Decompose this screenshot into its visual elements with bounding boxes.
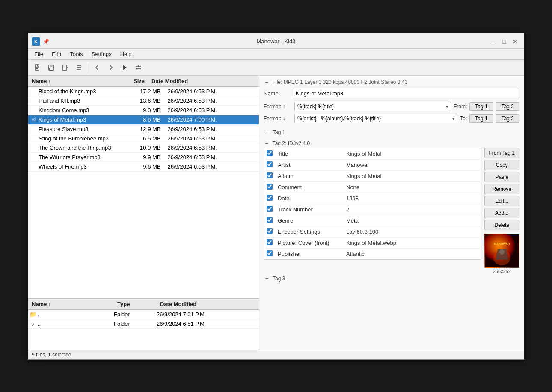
file-list-item[interactable]: Hail and Kill.mp3 13.6 MB 26/9/2024 6:53… [28,96,259,106]
format-down-tag1-btn[interactable]: Tag 1 [469,114,493,123]
file-list-item[interactable]: Wheels of Fire.mp3 9.6 MB 26/9/2024 6:53… [28,162,259,172]
tag-checkbox[interactable] [267,184,273,190]
svg-rect-4 [50,65,53,67]
file-list-item[interactable]: Kingdom Come.mp3 9.0 MB 26/9/2024 6:53 P… [28,106,259,115]
tag-checkbox-cell[interactable] [264,215,276,226]
file-list-item[interactable]: Blood of the Kings.mp3 17.2 MB 26/9/2024… [28,87,259,96]
menu-help[interactable]: Help [116,50,136,59]
col-header-name[interactable]: Name ↑ [28,77,114,85]
format-up-select[interactable]: %{track} %{title} [294,102,451,111]
menu-file[interactable]: File [30,50,47,59]
pin-icon: 📌 [43,39,49,45]
app-icon: K [32,37,40,46]
tag-checkbox[interactable] [267,217,273,223]
col-header-date[interactable]: Date Modified [148,77,259,85]
tag-checkbox[interactable] [267,195,273,201]
folder-list-item[interactable]: ♪ .. Folder 26/9/2024 6:51 P.M. [28,319,259,329]
tag-table-row: Date 1998 [264,193,481,204]
close-button[interactable]: ✕ [510,36,520,47]
format-up-tag2-btn[interactable]: Tag 2 [496,102,519,111]
tag2-collapse-btn[interactable]: – [264,140,270,146]
file-date: 26/9/2024 6:53 P.M. [164,163,259,170]
edit-button[interactable]: Edit... [484,196,519,206]
format-up-tag1-btn[interactable]: Tag 1 [469,102,493,111]
tag3-collapse-btn[interactable]: + [264,276,270,282]
tag-field-value[interactable]: 1998 [344,193,481,204]
tag-field-name: Encoder Settings [275,226,344,237]
tag-checkbox[interactable] [267,172,273,178]
from-tag1-button[interactable]: From Tag 1 [484,148,519,158]
tag-field-name: Publisher [275,248,344,259]
back-btn[interactable] [91,62,103,74]
paste-button[interactable]: Paste [484,172,519,182]
tag-checkbox-cell[interactable] [264,226,276,237]
new-file-btn[interactable] [32,62,44,74]
format-down-tag2-btn[interactable]: Tag 2 [496,114,519,123]
tag-field-name: Title [275,148,344,159]
tag-checkbox-cell[interactable] [264,248,276,259]
file-size: 6.5 MB [130,135,164,142]
tag-checkbox-cell[interactable] [264,193,276,204]
remove-button[interactable]: Remove [484,184,519,194]
tag-checkbox-cell[interactable] [264,159,276,170]
tag-checkbox[interactable] [267,250,273,256]
tag1-collapse-btn[interactable]: + [264,129,270,135]
add-button[interactable]: Add... [484,208,519,218]
folder-col-header-name[interactable]: Name ↑ [28,300,114,308]
tag-checkbox[interactable] [267,161,273,167]
folder-col-header-type[interactable]: Type [114,300,157,308]
format-down-select-wrap: %{artist} - %{album}/%{track} %{title} [294,114,457,123]
file-list-item[interactable]: Sting of the Bumblebee.mp3 6.5 MB 26/9/2… [28,134,259,143]
format-down-select[interactable]: %{artist} - %{album}/%{track} %{title} [294,114,457,123]
tag-checkbox[interactable] [267,239,273,245]
format-up-select-wrap: %{track} %{title} [294,102,451,111]
tag-checkbox-cell[interactable] [264,204,276,215]
settings-btn[interactable] [132,62,144,74]
menu-settings[interactable]: Settings [87,50,116,59]
save-as-btn[interactable] [59,62,71,74]
file-info-collapse[interactable]: – [264,79,270,85]
minimize-button[interactable]: – [488,36,498,47]
save-btn[interactable] [45,62,57,74]
copy-button[interactable]: Copy [484,160,519,170]
tag-checkbox-cell[interactable] [264,237,276,248]
tag-checkbox-cell[interactable] [264,181,276,193]
tag-checkbox[interactable] [267,150,273,156]
tag-checkbox-cell[interactable] [264,148,276,159]
play-btn[interactable] [119,62,131,74]
tag-checkbox-cell[interactable] [264,170,276,181]
tag-table-row: Track Number 2 [264,204,481,215]
menu-edit[interactable]: Edit [47,50,65,59]
tag-field-value[interactable]: 2 [344,204,481,215]
file-list-item[interactable]: v2 Kings of Metal.mp3 8.6 MB 26/9/2024 7… [28,115,259,125]
file-date: 26/9/2024 6:53 P.M. [164,88,259,95]
list-btn[interactable] [73,62,85,74]
folder-list-item[interactable]: 📁 . Folder 26/9/2024 7:01 P.M. [28,310,259,319]
file-size: 10.9 MB [130,145,164,151]
tag-field-value[interactable]: Metal [344,215,481,226]
tag-field-value[interactable]: Kings of Metal [344,148,481,159]
file-list-item[interactable]: Pleasure Slave.mp3 12.9 MB 26/9/2024 6:5… [28,125,259,134]
tag-table-row: Genre Metal [264,215,481,226]
format-down-row: Format: ↓ %{artist} - %{album}/%{track} … [264,114,519,123]
maximize-button[interactable]: □ [499,36,509,47]
menu-tools[interactable]: Tools [65,50,87,59]
tag-field-value[interactable]: None [344,181,481,193]
tag-checkbox[interactable] [267,228,273,234]
tag3-section-header: + Tag 3 [264,276,519,282]
col-header-size[interactable]: Size [114,77,148,85]
tag-field-name: Track Number [275,204,344,215]
tag-field-value[interactable]: Atlantic [344,248,481,259]
folder-col-header-date[interactable]: Date Modified [157,300,259,308]
file-size: 9.0 MB [130,107,164,113]
tag-field-value[interactable]: Manowar [344,159,481,170]
forward-btn[interactable] [105,62,117,74]
tag-field-value[interactable]: Kings of Metal [344,170,481,181]
name-input[interactable] [293,89,519,98]
tag-checkbox[interactable] [267,206,273,212]
delete-button[interactable]: Delete [484,220,519,230]
file-list-item[interactable]: The Warriors Prayer.mp3 9.9 MB 26/9/2024… [28,153,259,162]
tag-field-value[interactable]: Lavf60.3.100 [344,226,481,237]
tag-field-value[interactable]: Kings of Metal.webp [344,237,481,248]
file-list-item[interactable]: The Crown and the Ring.mp3 10.9 MB 26/9/… [28,143,259,153]
